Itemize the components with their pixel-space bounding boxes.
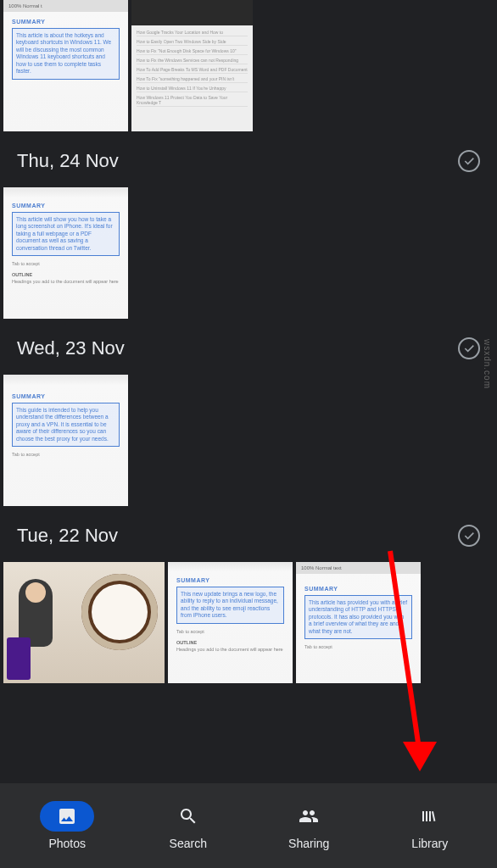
check-icon xyxy=(462,529,476,542)
check-icon xyxy=(462,154,476,168)
tab-hint: Tab to accept xyxy=(304,644,412,650)
doc-line: How to Easily Open Two Windows Side by S… xyxy=(137,38,248,46)
outline-text: Headings you add to the document will ap… xyxy=(176,647,284,653)
photo-row-top: 100% Normal t SUMMARY This article is ab… xyxy=(0,0,497,131)
doc-line: How Windows 11 Protect You Data to Save … xyxy=(137,94,248,107)
nav-library[interactable]: Library xyxy=(370,801,491,850)
doc-toolbar: 100% Normal text xyxy=(296,562,421,574)
summary-box: This article is about the hotkeys and ke… xyxy=(12,28,120,80)
summary-label: SUMMARY xyxy=(12,393,120,399)
doc-line: How to Fix "Not Enough Disk Space for Wi… xyxy=(137,47,248,55)
date-label: Tue, 22 Nov xyxy=(17,525,118,547)
check-icon xyxy=(462,342,476,355)
dark-header xyxy=(131,0,253,25)
nav-icon-wrap xyxy=(282,801,336,832)
select-all-toggle[interactable] xyxy=(458,150,480,172)
date-label: Wed, 23 Nov xyxy=(17,337,125,359)
date-header-tue-22-nov[interactable]: Tue, 22 Nov xyxy=(0,506,497,562)
library-icon xyxy=(420,806,440,826)
doc-line: How to Uninstall Windows 11 If You're Un… xyxy=(137,85,248,92)
watermark: wsxdn.com xyxy=(483,339,492,389)
summary-label: SUMMARY xyxy=(12,203,120,209)
nav-icon-wrap xyxy=(403,801,457,832)
doc-toolbar: 100% Normal t xyxy=(3,0,128,12)
outline-label: OUTLINE xyxy=(12,272,120,278)
tab-hint: Tab to accept xyxy=(176,629,284,635)
summary-box: This new update brings a new logo, the a… xyxy=(176,587,284,624)
photo-row: SUMMARY This new update brings a new log… xyxy=(0,562,497,683)
photo-thumbnail[interactable]: 100% Normal text SUMMARY This article ha… xyxy=(296,562,421,683)
outline-text: Headings you add to the document will ap… xyxy=(12,279,120,285)
bottom-navigation: Photos Search Sharing Library xyxy=(0,783,497,868)
photo-thumbnail[interactable]: 100% Normal t SUMMARY This article is ab… xyxy=(3,0,128,131)
tab-hint: Tab to accept xyxy=(12,452,120,458)
summary-label: SUMMARY xyxy=(176,577,284,583)
photo-icon xyxy=(57,806,77,826)
date-header-wed-23-nov[interactable]: Wed, 23 Nov xyxy=(0,319,497,375)
photo-thumbnail[interactable]: SUMMARY This guide is intended to help y… xyxy=(3,375,128,506)
photo-thumbnail[interactable]: How Google Tracks Your Location and How … xyxy=(131,0,253,131)
date-header-thu-24-nov[interactable]: Thu, 24 Nov xyxy=(0,131,497,187)
date-label: Thu, 24 Nov xyxy=(17,150,119,172)
nav-search[interactable]: Search xyxy=(128,801,249,850)
doc-line: How Google Tracks Your Location and How … xyxy=(137,29,248,36)
doc-line: How to Fix the Windows Services can not … xyxy=(137,57,248,64)
summary-box: This article has provided you with a bri… xyxy=(304,595,412,639)
outline-label: OUTLINE xyxy=(176,640,284,646)
summary-box: This article will show you how to take a… xyxy=(12,212,120,256)
chocolate-bar xyxy=(7,637,31,680)
nav-label: Photos xyxy=(48,837,86,850)
photo-thumbnail[interactable] xyxy=(3,562,165,683)
photo-thumbnail[interactable]: SUMMARY This article will show you how t… xyxy=(3,187,128,319)
nav-icon-wrap xyxy=(161,801,215,832)
doc-line: How To Fix "something happened and your … xyxy=(137,75,248,83)
photo-thumbnail[interactable]: SUMMARY This new update brings a new log… xyxy=(168,562,293,683)
tab-hint: Tab to accept xyxy=(12,261,120,267)
summary-box: This guide is intended to help you under… xyxy=(12,403,120,447)
select-all-toggle[interactable] xyxy=(458,337,480,359)
photo-row: SUMMARY This guide is intended to help y… xyxy=(0,375,497,506)
summary-label: SUMMARY xyxy=(12,19,120,25)
nav-photos[interactable]: Photos xyxy=(7,801,128,850)
doc-line: How To Add Page Breaks To MS Word and PD… xyxy=(137,66,248,74)
nav-label: Library xyxy=(411,837,448,850)
search-icon xyxy=(178,806,198,826)
nav-label: Search xyxy=(170,837,207,850)
figurine xyxy=(19,579,53,647)
photo-row: SUMMARY This article will show you how t… xyxy=(0,187,497,319)
summary-label: SUMMARY xyxy=(304,586,412,592)
select-all-toggle[interactable] xyxy=(458,525,480,547)
photo-grid-scroll[interactable]: 100% Normal t SUMMARY This article is ab… xyxy=(0,0,497,783)
nav-label: Sharing xyxy=(288,837,329,850)
nav-sharing[interactable]: Sharing xyxy=(248,801,370,850)
coffee-mug xyxy=(81,574,158,650)
people-icon xyxy=(299,806,319,826)
nav-icon-active-pill xyxy=(40,801,94,832)
